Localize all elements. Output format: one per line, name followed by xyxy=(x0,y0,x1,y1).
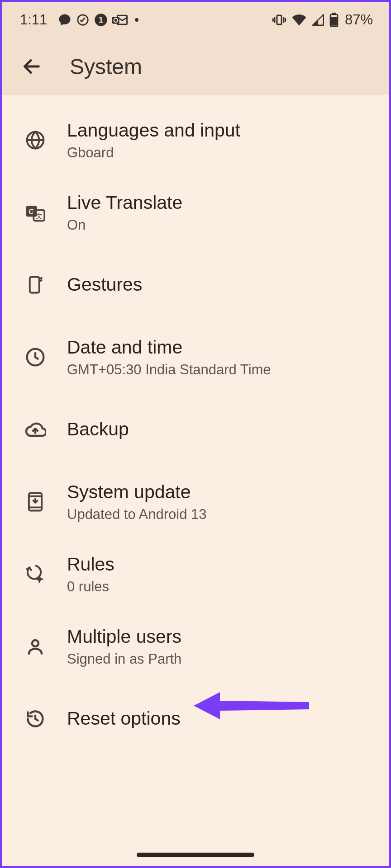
item-title: Rules xyxy=(67,554,114,575)
one-badge-icon: 1 xyxy=(94,13,108,27)
item-gestures[interactable]: Gestures xyxy=(2,249,389,321)
gesture-icon xyxy=(22,271,49,298)
status-bar: 1:11 1 87% xyxy=(2,2,389,38)
wifi-icon xyxy=(291,14,307,26)
vibrate-icon xyxy=(272,13,287,27)
translate-icon: G文 xyxy=(22,199,49,226)
item-system-update[interactable]: System update Updated to Android 13 xyxy=(2,466,389,538)
cloud-check-icon xyxy=(76,13,90,27)
settings-list: Languages and input Gboard G文 Live Trans… xyxy=(2,95,389,773)
item-date-and-time[interactable]: Date and time GMT+05:30 India Standard T… xyxy=(2,321,389,393)
item-subtitle: Updated to Android 13 xyxy=(67,506,207,523)
more-notifications-dot xyxy=(135,18,138,22)
system-update-icon xyxy=(22,488,49,515)
battery-icon xyxy=(329,13,339,27)
item-subtitle: 0 rules xyxy=(67,579,114,595)
back-button[interactable] xyxy=(18,53,45,80)
rules-icon xyxy=(22,561,49,588)
person-icon xyxy=(22,633,49,660)
battery-percentage: 87% xyxy=(345,12,373,28)
cloud-upload-icon xyxy=(22,416,49,443)
item-subtitle: Gboard xyxy=(67,145,240,161)
item-title: Live Translate xyxy=(67,192,182,213)
item-title: Reset options xyxy=(67,708,181,729)
svg-text:1: 1 xyxy=(99,15,103,24)
svg-rect-9 xyxy=(331,17,337,25)
item-backup[interactable]: Backup xyxy=(2,393,389,466)
status-right-group: 87% xyxy=(272,12,373,28)
item-title: Languages and input xyxy=(67,120,240,141)
arrow-left-icon xyxy=(21,56,42,77)
item-subtitle: Signed in as Parth xyxy=(67,651,181,667)
navigation-handle[interactable] xyxy=(137,853,254,857)
item-reset-options[interactable]: Reset options xyxy=(2,683,389,755)
item-title: Backup xyxy=(67,419,129,440)
svg-rect-6 xyxy=(277,15,281,24)
svg-text:文: 文 xyxy=(36,212,43,220)
item-subtitle: GMT+05:30 India Standard Time xyxy=(67,362,271,378)
item-title: System update xyxy=(67,481,207,503)
svg-rect-4 xyxy=(112,17,119,24)
item-subtitle: On xyxy=(67,217,182,233)
svg-point-19 xyxy=(32,640,38,646)
item-title: Date and time xyxy=(67,337,271,358)
outlook-notification-icon xyxy=(112,13,128,27)
item-title: Gestures xyxy=(67,274,142,295)
item-rules[interactable]: Rules 0 rules xyxy=(2,538,389,610)
item-languages-and-input[interactable]: Languages and input Gboard xyxy=(2,104,389,176)
item-multiple-users[interactable]: Multiple users Signed in as Parth xyxy=(2,610,389,683)
chat-notification-icon xyxy=(58,13,72,27)
globe-icon xyxy=(22,127,49,154)
history-reset-icon xyxy=(22,705,49,732)
item-title: Multiple users xyxy=(67,626,181,647)
clock-icon xyxy=(22,344,49,371)
item-live-translate[interactable]: G文 Live Translate On xyxy=(2,176,389,249)
page-title: System xyxy=(70,54,142,79)
svg-rect-15 xyxy=(30,277,39,293)
app-bar: System xyxy=(2,38,389,95)
status-left-group: 1:11 1 xyxy=(20,12,138,28)
cellular-signal-icon xyxy=(311,14,325,26)
status-clock: 1:11 xyxy=(20,12,47,28)
